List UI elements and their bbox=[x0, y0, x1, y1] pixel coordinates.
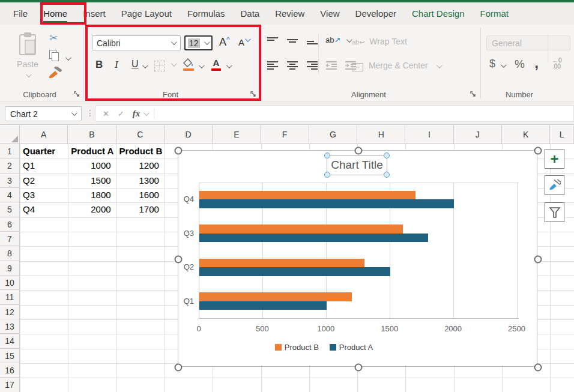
font-name-combo[interactable]: Calibri bbox=[92, 35, 181, 50]
borders-button[interactable] bbox=[154, 61, 175, 74]
chart-selection-handle[interactable] bbox=[175, 364, 183, 372]
chart-legend[interactable]: Product BProduct A bbox=[144, 343, 504, 352]
chart-selection-handle[interactable] bbox=[534, 255, 542, 263]
row-header-1[interactable]: 1 bbox=[0, 144, 20, 158]
cell-C1[interactable]: Product B bbox=[116, 144, 165, 158]
column-header-K[interactable]: K bbox=[502, 125, 550, 144]
bar-Q3-product-b[interactable] bbox=[199, 225, 403, 234]
alignment-dialog-launcher[interactable] bbox=[470, 91, 477, 98]
legend-item-product-b[interactable]: Product B bbox=[275, 343, 319, 352]
column-header-E[interactable]: E bbox=[213, 125, 261, 144]
row-header-6[interactable]: 6 bbox=[0, 217, 20, 232]
row-header-13[interactable]: 13 bbox=[0, 319, 20, 334]
cell-B2[interactable]: 1000 bbox=[68, 158, 116, 173]
shrink-font-button[interactable]: A bbox=[238, 37, 249, 47]
column-header-B[interactable]: B bbox=[68, 125, 116, 144]
clipboard-dialog-launcher[interactable] bbox=[73, 91, 80, 98]
row-header-7[interactable]: 7 bbox=[0, 232, 20, 246]
bar-Q2-product-a[interactable] bbox=[199, 267, 390, 276]
tab-page-layout[interactable]: Page Layout bbox=[121, 2, 172, 25]
row-header-17[interactable]: 17 bbox=[0, 378, 20, 392]
tab-view[interactable]: View bbox=[320, 2, 339, 25]
merge-center-button[interactable]: ↔ Merge & Center bbox=[352, 61, 441, 71]
chart-title[interactable]: Chart Title bbox=[327, 155, 387, 175]
tab-developer[interactable]: Developer bbox=[355, 2, 396, 25]
cell-C5[interactable]: 1700 bbox=[116, 202, 165, 217]
chart-object[interactable]: Chart Title 05001000150020002500Q4Q3Q2Q1… bbox=[178, 150, 537, 367]
name-box[interactable]: Chart 2 bbox=[5, 106, 82, 121]
align-middle-button[interactable] bbox=[286, 37, 298, 46]
comma-button[interactable]: , bbox=[534, 53, 539, 72]
cancel-button[interactable]: ✕ bbox=[103, 109, 109, 118]
cell-C2[interactable]: 1200 bbox=[116, 158, 165, 173]
decrease-indent-button[interactable] bbox=[325, 61, 337, 70]
tab-chart-design[interactable]: Chart Design bbox=[412, 2, 465, 25]
align-left-button[interactable] bbox=[267, 61, 279, 70]
align-bottom-button[interactable] bbox=[306, 37, 318, 46]
chart-elements-button[interactable]: + bbox=[545, 149, 564, 169]
cell-B3[interactable]: 1500 bbox=[68, 173, 116, 188]
align-right-button[interactable] bbox=[306, 61, 318, 70]
row-header-16[interactable]: 16 bbox=[0, 363, 20, 378]
wrap-text-button[interactable]: ab↩ Wrap Text bbox=[352, 37, 407, 46]
column-header-H[interactable]: H bbox=[357, 125, 405, 144]
orientation-button[interactable]: ab↗ bbox=[325, 35, 351, 44]
fill-color-button[interactable] bbox=[183, 58, 195, 67]
column-header-J[interactable]: J bbox=[454, 125, 502, 144]
tab-format[interactable]: Format bbox=[480, 2, 509, 25]
row-header-12[interactable]: 12 bbox=[0, 305, 20, 319]
chart-selection-handle[interactable] bbox=[354, 364, 362, 372]
number-format-combo[interactable]: General bbox=[486, 35, 570, 50]
chart-selection-handle[interactable] bbox=[354, 147, 362, 155]
row-header-5[interactable]: 5 bbox=[0, 202, 20, 217]
chart-selection-handle[interactable] bbox=[534, 147, 542, 155]
select-all-corner[interactable] bbox=[0, 125, 20, 144]
font-color-button[interactable]: A bbox=[211, 58, 222, 68]
bar-Q1-product-b[interactable] bbox=[199, 292, 352, 301]
align-top-button[interactable] bbox=[267, 37, 279, 46]
chart-filters-button[interactable] bbox=[545, 202, 564, 222]
copy-button[interactable] bbox=[49, 50, 70, 63]
chart-styles-button[interactable] bbox=[545, 175, 564, 195]
font-dialog-launcher[interactable] bbox=[250, 91, 257, 98]
chart-selection-handle[interactable] bbox=[175, 147, 183, 155]
cell-B1[interactable]: Product A bbox=[68, 144, 116, 158]
row-header-11[interactable]: 11 bbox=[0, 290, 20, 304]
row-header-2[interactable]: 2 bbox=[0, 158, 20, 173]
tab-formulas[interactable]: Formulas bbox=[187, 2, 225, 25]
column-header-I[interactable]: I bbox=[405, 125, 453, 144]
cell-A5[interactable]: Q4 bbox=[20, 202, 68, 217]
title-handle[interactable] bbox=[384, 152, 390, 158]
column-header-C[interactable]: C bbox=[116, 125, 165, 144]
cell-B4[interactable]: 1800 bbox=[68, 188, 116, 202]
title-handle[interactable] bbox=[384, 172, 390, 178]
column-header-G[interactable]: G bbox=[309, 125, 357, 144]
name-box-splitter[interactable]: ⋮ bbox=[86, 108, 94, 118]
tab-data[interactable]: Data bbox=[240, 2, 259, 25]
row-header-14[interactable]: 14 bbox=[0, 334, 20, 348]
row-header-15[interactable]: 15 bbox=[0, 349, 20, 363]
cell-A3[interactable]: Q2 bbox=[20, 173, 68, 188]
paste-button[interactable]: Paste bbox=[11, 31, 44, 86]
currency-button[interactable]: $ bbox=[489, 58, 495, 70]
column-header-F[interactable]: F bbox=[261, 125, 309, 144]
grow-font-button[interactable]: A^ bbox=[219, 35, 230, 49]
cell-C3[interactable]: 1300 bbox=[116, 173, 165, 188]
italic-button[interactable]: I bbox=[115, 59, 118, 71]
format-painter-button[interactable] bbox=[48, 67, 62, 80]
title-handle[interactable] bbox=[324, 172, 330, 178]
cell-A1[interactable]: Quarter bbox=[20, 144, 68, 158]
cell-A2[interactable]: Q1 bbox=[20, 158, 68, 173]
row-header-10[interactable]: 10 bbox=[0, 276, 20, 290]
tab-file[interactable]: File bbox=[13, 2, 28, 25]
cell-C4[interactable]: 1600 bbox=[116, 188, 165, 202]
increase-decimal-button[interactable]: ←0 .00 bbox=[552, 58, 562, 70]
column-header-L[interactable]: L bbox=[550, 125, 574, 144]
cut-button[interactable]: ✂ bbox=[49, 32, 58, 44]
font-size-combo[interactable]: 12 bbox=[184, 35, 213, 50]
enter-button[interactable]: ✓ bbox=[118, 109, 124, 118]
row-header-3[interactable]: 3 bbox=[0, 173, 20, 188]
column-header-D[interactable]: D bbox=[165, 125, 213, 144]
column-header-A[interactable]: A bbox=[20, 125, 68, 144]
chart-selection-handle[interactable] bbox=[175, 255, 183, 263]
